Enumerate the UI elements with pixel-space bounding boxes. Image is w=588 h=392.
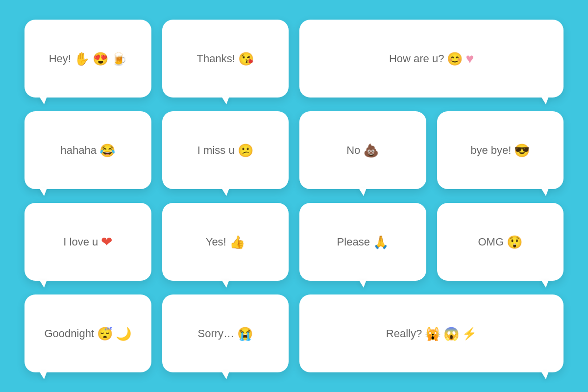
bubble-how-are-u[interactable]: How are u? 😊 ♥ [299,20,564,98]
bubble-i-miss-u[interactable]: I miss u 😕 [162,111,289,189]
moon-icon: 🌙 [116,327,131,340]
bubble-i-love-u-text: I love u [63,236,98,248]
wave-icon: ✋ [74,52,90,65]
bubble-grid: Hey! ✋ 😍 🍺 Thanks! 😘 How are u? 😊 ♥ haha… [0,0,588,392]
beer-icon: 🍺 [111,52,127,65]
bubble-really[interactable]: Really? 🙀 😱 ⚡ [299,294,564,372]
bubble-sorry[interactable]: Sorry… 😭 [162,294,289,372]
smiling-eyes-icon: 😊 [447,52,463,65]
bubble-goodnight-text: Goodnight [44,327,94,340]
bubble-i-miss-u-text: I miss u [197,144,235,157]
bubble-hahaha-text: hahaha [61,144,97,157]
bubble-yes[interactable]: Yes! 👍 [162,203,289,281]
cool-sunglasses-icon: 😎 [514,144,530,157]
bubble-i-love-u[interactable]: I love u ❤ [24,203,151,281]
bubble-yes-text: Yes! [206,236,226,248]
shocked-face-icon: 😲 [507,236,522,248]
bubble-hey[interactable]: Hey! ✋ 😍 🍺 [24,20,151,98]
bubble-no-text: No [346,144,360,157]
bubble-no[interactable]: No 💩 [299,111,426,189]
bubble-thanks-text: Thanks! [197,52,235,65]
bubble-please[interactable]: Please 🙏 [299,203,426,281]
kiss-icon: 😘 [238,52,254,65]
sad-face-icon: 😕 [238,144,253,157]
bubble-thanks[interactable]: Thanks! 😘 [162,20,289,98]
pink-heart-icon: ♥ [466,51,474,67]
bubble-please-text: Please [337,236,370,248]
bubble-goodnight[interactable]: Goodnight 😴 🌙 [24,294,151,372]
bubble-how-are-u-text: How are u? [389,52,444,65]
bubble-sorry-text: Sorry… [197,327,234,340]
sleeping-face-icon: 😴 [97,327,113,340]
laughing-icon: 😂 [99,144,115,157]
bubble-bye-bye-text: bye bye! [470,144,511,157]
heart-eyes-icon: 😍 [93,52,108,65]
crying-loudly-icon: 😭 [237,327,253,340]
bubble-really-text: Really? [386,327,422,340]
bubble-omg[interactable]: OMG 😲 [437,203,564,281]
thumbs-up-icon: 👍 [229,236,245,248]
praying-hands-icon: 🙏 [373,236,389,248]
red-heart-icon: ❤ [101,234,112,250]
bubble-bye-bye[interactable]: bye bye! 😎 [437,111,564,189]
bubble-omg-text: OMG [478,236,504,248]
shocked-eyes-icon: 😱 [443,327,459,340]
lightning-icon: ⚡ [462,327,477,341]
poop-icon: 💩 [363,144,379,157]
scream-cat-icon: 🙀 [425,327,441,340]
bubble-hahaha[interactable]: hahaha 😂 [24,111,151,189]
bubble-hey-text: Hey! [49,52,71,65]
